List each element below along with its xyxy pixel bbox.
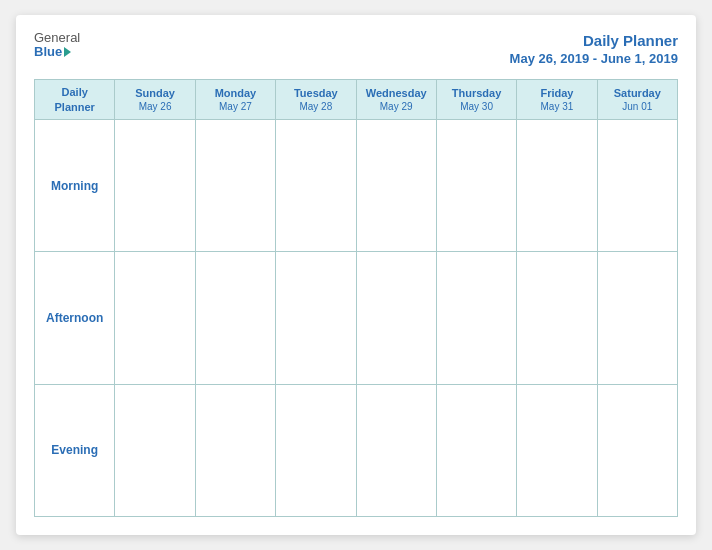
cell-evening-tuesday[interactable] — [276, 384, 356, 516]
header-day-6: Saturday — [600, 86, 675, 100]
header-date-5: May 31 — [519, 100, 594, 113]
header-date-0: May 26 — [117, 100, 192, 113]
cell-afternoon-thursday[interactable] — [436, 252, 516, 384]
table-row: Afternoon — [35, 252, 678, 384]
calendar-table: Daily Planner SundayMay 26MondayMay 27Tu… — [34, 79, 678, 517]
cell-morning-sunday[interactable] — [115, 119, 195, 251]
cell-morning-thursday[interactable] — [436, 119, 516, 251]
header-date-3: May 29 — [359, 100, 434, 113]
header-date-1: May 27 — [198, 100, 273, 113]
header-day-4: Thursday — [439, 86, 514, 100]
header: General Blue Daily Planner May 26, 2019 … — [34, 31, 678, 67]
header-col-sunday: SundayMay 26 — [115, 80, 195, 120]
header-col-friday: FridayMay 31 — [517, 80, 597, 120]
row-label-evening: Evening — [35, 384, 115, 516]
header-day-2: Tuesday — [278, 86, 353, 100]
cell-morning-monday[interactable] — [195, 119, 275, 251]
cell-afternoon-saturday[interactable] — [597, 252, 677, 384]
logo-blue-text: Blue — [34, 45, 71, 59]
header-day-0: Sunday — [117, 86, 192, 100]
cell-afternoon-wednesday[interactable] — [356, 252, 436, 384]
cell-afternoon-monday[interactable] — [195, 252, 275, 384]
page: General Blue Daily Planner May 26, 2019 … — [16, 15, 696, 535]
header-day-1: Monday — [198, 86, 273, 100]
title-area: Daily Planner May 26, 2019 - June 1, 201… — [510, 31, 678, 67]
cell-morning-wednesday[interactable] — [356, 119, 436, 251]
header-date-4: May 30 — [439, 100, 514, 113]
logo-area: General Blue — [34, 31, 80, 60]
table-row: Morning — [35, 119, 678, 251]
table-row: Evening — [35, 384, 678, 516]
cell-afternoon-sunday[interactable] — [115, 252, 195, 384]
cell-evening-friday[interactable] — [517, 384, 597, 516]
cell-morning-tuesday[interactable] — [276, 119, 356, 251]
header-day-3: Wednesday — [359, 86, 434, 100]
header-col-line2: Planner — [37, 100, 112, 114]
cell-evening-sunday[interactable] — [115, 384, 195, 516]
cell-evening-monday[interactable] — [195, 384, 275, 516]
table-header-row: Daily Planner SundayMay 26MondayMay 27Tu… — [35, 80, 678, 120]
logo-general-text: General — [34, 31, 80, 45]
header-col-label: Daily Planner — [35, 80, 115, 120]
cell-evening-saturday[interactable] — [597, 384, 677, 516]
header-col-monday: MondayMay 27 — [195, 80, 275, 120]
header-col-saturday: SaturdayJun 01 — [597, 80, 677, 120]
cell-afternoon-friday[interactable] — [517, 252, 597, 384]
cell-evening-wednesday[interactable] — [356, 384, 436, 516]
header-col-line1: Daily — [37, 85, 112, 99]
row-label-morning: Morning — [35, 119, 115, 251]
logo-triangle-icon — [64, 47, 71, 57]
cell-evening-thursday[interactable] — [436, 384, 516, 516]
header-day-5: Friday — [519, 86, 594, 100]
cell-morning-saturday[interactable] — [597, 119, 677, 251]
header-col-thursday: ThursdayMay 30 — [436, 80, 516, 120]
page-title: Daily Planner — [510, 31, 678, 51]
header-date-2: May 28 — [278, 100, 353, 113]
header-date-6: Jun 01 — [600, 100, 675, 113]
header-col-tuesday: TuesdayMay 28 — [276, 80, 356, 120]
date-range: May 26, 2019 - June 1, 2019 — [510, 51, 678, 68]
logo-blue-label: Blue — [34, 45, 62, 59]
cell-afternoon-tuesday[interactable] — [276, 252, 356, 384]
row-label-afternoon: Afternoon — [35, 252, 115, 384]
header-col-wednesday: WednesdayMay 29 — [356, 80, 436, 120]
cell-morning-friday[interactable] — [517, 119, 597, 251]
